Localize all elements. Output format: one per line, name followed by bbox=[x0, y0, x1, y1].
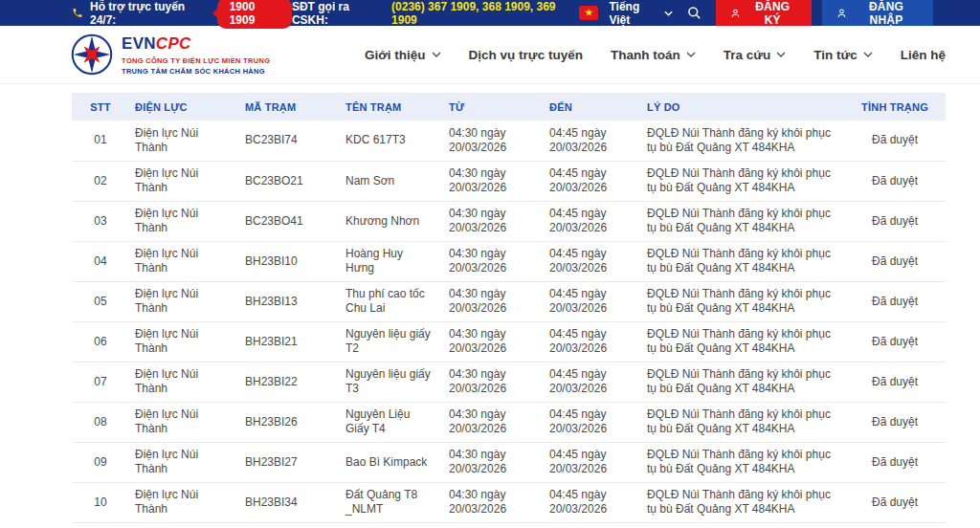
search-button[interactable] bbox=[687, 6, 702, 20]
cell-dien-luc: Điện lực Núi Thành bbox=[129, 321, 239, 362]
table-body: 01 Điện lực Núi Thành BC23BI74 KDC 617T3… bbox=[72, 121, 946, 522]
login-button[interactable]: ĐĂNG NHẬP bbox=[822, 0, 933, 26]
nav-item-label: Liên hệ bbox=[901, 48, 946, 62]
logo-text: EVNCPC TỔNG CÔNG TY ĐIỆN LỰC MIỀN TRUNG … bbox=[122, 34, 270, 76]
register-label: ĐĂNG KÝ bbox=[747, 0, 797, 27]
nav-item-label: Tin tức bbox=[813, 48, 858, 62]
cell-tinh-trang: Đã duyệt bbox=[844, 161, 946, 201]
cell-den: 04:45 ngày 20/03/2026 bbox=[544, 121, 641, 161]
cell-dien-luc: Điện lực Núi Thành bbox=[129, 241, 239, 281]
evncpc-logo[interactable]: EVNCPC TỔNG CÔNG TY ĐIỆN LỰC MIỀN TRUNG … bbox=[70, 33, 270, 77]
cell-den: 04:45 ngày 20/03/2026 bbox=[544, 482, 641, 522]
col-header-tinh-trang: TÌNH TRẠNG bbox=[844, 93, 946, 121]
cell-ly-do: ĐQLĐ Núi Thành đăng ký khôi phục tụ bù Đ… bbox=[641, 442, 844, 482]
nav-item-label: Dịch vụ trực tuyến bbox=[469, 48, 583, 62]
nav-item-label: Giới thiệu bbox=[365, 48, 426, 62]
support-label: Hỗ trợ trực tuyến 24/7: bbox=[90, 0, 205, 27]
cell-den: 04:45 ngày 20/03/2026 bbox=[544, 161, 641, 201]
topbar-right: SĐT gọi ra CSKH: (0236) 367 1909, 368 19… bbox=[292, 0, 933, 26]
table-row: 10 Điện lực Núi Thành BH23BI34 Đất Quảng… bbox=[72, 482, 946, 522]
cell-dien-luc: Điện lực Núi Thành bbox=[129, 161, 239, 201]
topbar: Hỗ trợ trực tuyến 24/7: 1900 1909 SĐT gọ… bbox=[0, 0, 980, 26]
cell-ly-do: ĐQLĐ Núi Thành đăng ký khôi phục tụ bù Đ… bbox=[641, 321, 844, 362]
col-header-ma-tram: MÃ TRẠM bbox=[239, 93, 340, 121]
table-row: 03 Điện lực Núi Thành BC23BO41 Khương Nh… bbox=[72, 201, 946, 241]
cell-stt: 09 bbox=[72, 442, 129, 482]
nav-item-5[interactable]: Liên hệ bbox=[901, 48, 946, 62]
cell-stt: 10 bbox=[72, 482, 129, 522]
logo-name: EVNCPC bbox=[122, 34, 270, 54]
cell-ma-tram: BH23BI10 bbox=[239, 241, 340, 281]
language-selector[interactable]: Tiếng Việt bbox=[609, 0, 673, 27]
cell-ly-do: ĐQLĐ Núi Thành đăng ký khôi phục tụ bù Đ… bbox=[641, 161, 844, 201]
col-header-ten-tram: TÊN TRẠM bbox=[340, 93, 443, 121]
cell-ly-do: ĐQLĐ Núi Thành đăng ký khôi phục tụ bù Đ… bbox=[641, 201, 844, 241]
cell-ten-tram: KDC 617T3 bbox=[340, 121, 443, 161]
chevron-down-icon bbox=[686, 52, 696, 57]
cell-tu: 04:30 ngày 20/03/2026 bbox=[443, 241, 544, 281]
nav-item-0[interactable]: Giới thiệu bbox=[365, 48, 441, 62]
cell-den: 04:45 ngày 20/03/2026 bbox=[544, 442, 641, 482]
cell-tinh-trang: Đã duyệt bbox=[844, 121, 946, 161]
table-row: 07 Điện lực Núi Thành BH23BI22 Nguyên li… bbox=[72, 362, 946, 402]
cell-tinh-trang: Đã duyệt bbox=[844, 201, 946, 241]
cell-stt: 06 bbox=[72, 321, 129, 362]
cell-ma-tram: BC23BO21 bbox=[239, 161, 340, 201]
chevron-down-icon bbox=[776, 52, 786, 57]
phone-icon bbox=[72, 7, 83, 19]
nav-item-4[interactable]: Tin tức bbox=[813, 48, 873, 62]
cell-tu: 04:30 ngày 20/03/2026 bbox=[443, 121, 544, 161]
register-button[interactable]: ĐĂNG KÝ bbox=[716, 0, 812, 26]
cell-dien-luc: Điện lực Núi Thành bbox=[129, 402, 239, 442]
login-label: ĐĂNG NHẬP bbox=[854, 0, 919, 27]
cskh-label: SĐT gọi ra CSKH: bbox=[292, 0, 381, 27]
cell-stt: 03 bbox=[72, 201, 129, 241]
cell-tinh-trang: Đã duyệt bbox=[844, 402, 946, 442]
cell-tu: 04:30 ngày 20/03/2026 bbox=[443, 201, 544, 241]
company-tagline: TỔNG CÔNG TY ĐIỆN LỰC MIỀN TRUNG bbox=[122, 56, 270, 65]
cell-stt: 08 bbox=[72, 402, 129, 442]
cell-den: 04:45 ngày 20/03/2026 bbox=[544, 241, 641, 281]
cell-dien-luc: Điện lực Núi Thành bbox=[129, 121, 239, 161]
search-icon bbox=[687, 6, 702, 20]
chevron-down-icon bbox=[863, 52, 873, 57]
table-row: 02 Điện lực Núi Thành BC23BO21 Nam Sơn 0… bbox=[72, 161, 946, 201]
cell-den: 04:45 ngày 20/03/2026 bbox=[544, 281, 641, 321]
cell-ma-tram: BH23BI13 bbox=[239, 281, 340, 321]
table-row: 06 Điện lực Núi Thành BH23BI21 Nguyên li… bbox=[72, 321, 946, 362]
cell-ten-tram: Nam Sơn bbox=[340, 161, 443, 201]
cell-tu: 04:30 ngày 20/03/2026 bbox=[443, 442, 544, 482]
cell-ten-tram: Bao Bì Kimpack bbox=[340, 442, 443, 482]
hotline-badge[interactable]: 1900 1909 bbox=[217, 0, 292, 29]
cell-stt: 07 bbox=[72, 362, 129, 402]
cell-stt: 02 bbox=[72, 161, 129, 201]
cell-stt: 01 bbox=[72, 121, 129, 161]
nav-item-1[interactable]: Dịch vụ trực tuyến bbox=[469, 48, 583, 62]
cell-ly-do: ĐQLĐ Núi Thành đăng ký khôi phục tụ bù Đ… bbox=[641, 362, 844, 402]
cell-dien-luc: Điện lực Núi Thành bbox=[129, 201, 239, 241]
nav-item-3[interactable]: Tra cứu bbox=[724, 48, 787, 62]
cell-tu: 04:30 ngày 20/03/2026 bbox=[443, 281, 544, 321]
cell-ten-tram: Nguyên Liệu Giấy T4 bbox=[340, 402, 443, 442]
cell-tinh-trang: Đã duyệt bbox=[844, 482, 946, 522]
cell-ma-tram: BH23BI26 bbox=[239, 402, 340, 442]
col-header-ly-do: LÝ DO bbox=[641, 93, 844, 121]
site-header: EVNCPC TỔNG CÔNG TY ĐIỆN LỰC MIỀN TRUNG … bbox=[0, 26, 980, 84]
support-group: Hỗ trợ trực tuyến 24/7: 1900 1909 bbox=[72, 0, 292, 29]
logo-cpc: CPC bbox=[156, 34, 191, 53]
cell-stt: 04 bbox=[72, 241, 129, 281]
vietnam-flag-icon: ★ bbox=[579, 6, 598, 20]
cell-dien-luc: Điện lực Núi Thành bbox=[129, 442, 239, 482]
cell-ma-tram: BC23BI74 bbox=[239, 121, 340, 161]
nav-item-2[interactable]: Thanh toán bbox=[611, 48, 696, 62]
cell-ten-tram: Đất Quảng T8 _NLMT bbox=[340, 482, 443, 522]
cell-den: 04:45 ngày 20/03/2026 bbox=[544, 362, 641, 402]
cell-tu: 04:30 ngày 20/03/2026 bbox=[443, 321, 544, 362]
cell-tu: 04:30 ngày 20/03/2026 bbox=[443, 402, 544, 442]
cell-ma-tram: BC23BO41 bbox=[239, 201, 340, 241]
cell-dien-luc: Điện lực Núi Thành bbox=[129, 281, 239, 321]
cell-den: 04:45 ngày 20/03/2026 bbox=[544, 201, 641, 241]
cell-ly-do: ĐQLĐ Núi Thành đăng ký khôi phục tụ bù Đ… bbox=[641, 482, 844, 522]
cell-tinh-trang: Đã duyệt bbox=[844, 321, 946, 362]
col-header-tu: TỪ bbox=[443, 93, 544, 121]
